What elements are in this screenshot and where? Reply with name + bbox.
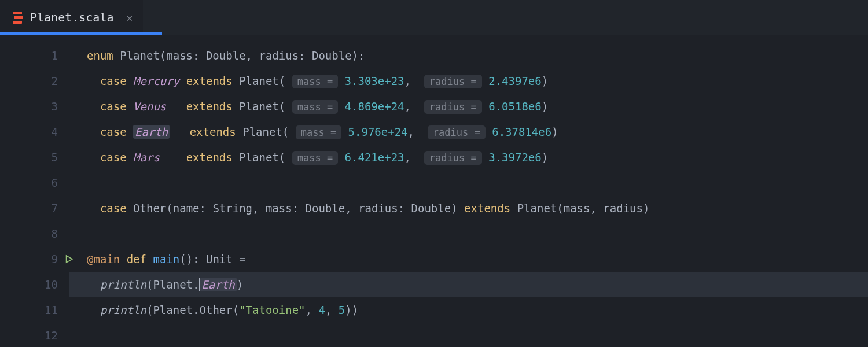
tab-bar: Planet.scala ✕: [0, 0, 868, 35]
code-line-current[interactable]: println(Planet.Earth): [69, 272, 868, 297]
tab-title: Planet.scala: [30, 10, 114, 24]
code-line[interactable]: [87, 323, 868, 347]
line-number: 7: [0, 195, 58, 221]
line-number: 8: [0, 221, 58, 246]
close-icon[interactable]: ✕: [127, 12, 133, 24]
line-number: 5: [0, 145, 58, 170]
file-tab[interactable]: Planet.scala ✕: [0, 0, 143, 35]
inlay-hint: mass =: [292, 100, 338, 114]
code-line[interactable]: case Other(name: String, mass: Double, r…: [87, 195, 868, 221]
inlay-hint: mass =: [292, 75, 338, 88]
line-number: 6: [0, 170, 58, 195]
line-number: 2: [0, 68, 58, 94]
line-number: 11: [0, 297, 58, 323]
code-line[interactable]: [87, 221, 868, 246]
code-line[interactable]: case Venus extends Planet( mass = 4.869e…: [87, 94, 868, 119]
line-number: 1: [0, 43, 58, 68]
line-number: 4: [0, 119, 58, 145]
inlay-hint: mass =: [292, 151, 338, 165]
code-line[interactable]: println(Planet.Other("Tatooine", 4, 5)): [87, 297, 868, 323]
code-area[interactable]: enum Planet(mass: Double, radius: Double…: [69, 35, 868, 347]
code-line[interactable]: enum Planet(mass: Double, radius: Double…: [87, 43, 868, 68]
symbol-highlight: Earth: [133, 125, 170, 139]
symbol-highlight: Earth: [200, 278, 237, 291]
inlay-hint: radius =: [424, 75, 482, 88]
inlay-hint: mass =: [296, 125, 341, 139]
line-number-gutter: 1 2 3 4 5 6 7 8 9 10 11 12: [0, 35, 69, 347]
scala-icon: [13, 12, 23, 24]
line-number: 12: [0, 323, 58, 347]
line-number: 3: [0, 94, 58, 119]
code-line[interactable]: @main def main(): Unit =: [87, 246, 868, 272]
code-line[interactable]: [87, 170, 868, 195]
code-line[interactable]: case Mars extends Planet( mass = 6.421e+…: [87, 145, 868, 170]
line-number: 9: [0, 246, 58, 272]
line-number: 10: [0, 272, 58, 297]
code-line[interactable]: case Earth extends Planet( mass = 5.976e…: [87, 119, 868, 145]
inlay-hint: radius =: [428, 125, 486, 139]
code-line[interactable]: case Mercury extends Planet( mass = 3.30…: [87, 68, 868, 94]
inlay-hint: radius =: [424, 100, 482, 114]
code-editor[interactable]: 1 2 3 4 5 6 7 8 9 10 11 12 enum Planet(m…: [0, 35, 868, 347]
inlay-hint: radius =: [424, 151, 482, 165]
